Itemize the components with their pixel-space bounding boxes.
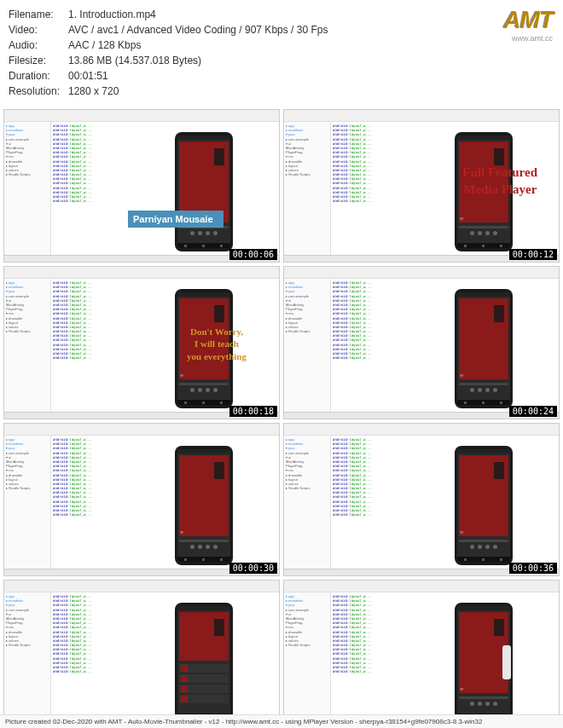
phone-mockup: N° [455,603,513,722]
ide-code: android:layout_w...android:layout_w...an… [331,436,408,575]
thumbnail-3: ▸ app▸ manifests▾ java ▸ com.example ▾ u… [3,266,280,419]
ide-tree: ▸ app▸ manifests▾ java ▸ com.example ▾ u… [4,122,51,262]
ide-code: android:layout_w...android:layout_w...an… [51,122,128,262]
ide-tree: ▸ app▸ manifests▾ java ▸ com.example ▾ u… [4,279,51,419]
thumbnail-grid: ▸ app▸ manifests▾ java ▸ com.example ▾ u… [0,109,563,728]
audio-value: AAC / 128 Kbps [68,38,554,53]
resolution-label: Resolution: [9,84,68,99]
logo-url: www.amt.cc [503,34,553,43]
phone-mockup: N° [175,446,233,565]
ide-code: android:layout_w...android:layout_w...an… [331,279,408,419]
ide-code: android:layout_w...android:layout_w...an… [51,436,128,575]
metadata-header: AMT www.amt.cc Filename:1. Introduction.… [0,0,563,109]
timestamp: 00:00:12 [509,249,557,260]
ide-tree: ▸ app▸ manifests▾ java ▸ com.example ▾ u… [284,122,331,262]
ide-tree: ▸ app▸ manifests▾ java ▸ com.example ▾ u… [284,279,331,419]
thumbnail-7: ▸ app▸ manifests▾ java ▸ com.example ▾ u… [3,580,280,728]
caption-banner: Parniyan Mousaie [128,211,223,228]
audio-label: Audio: [9,38,68,53]
thumbnail-8: ▸ app▸ manifests▾ java ▸ com.example ▾ u… [283,580,560,728]
ide-tree: ▸ app▸ manifests▾ java ▸ com.example ▾ u… [284,436,331,575]
thumbnail-1: ▸ app▸ manifests▾ java ▸ com.example ▾ u… [3,109,280,263]
footer-text: Picture created 02-Dec-2020 with AMT - A… [0,714,563,728]
resolution-value: 1280 x 720 [68,84,554,99]
phone-mockup [175,603,233,722]
thumbnail-6: ▸ app▸ manifests▾ java ▸ com.example ▾ u… [283,423,560,576]
overlay-text: Full FeaturedMedia Player [462,165,537,198]
ide-tree: ▸ app▸ manifests▾ java ▸ com.example ▾ u… [4,592,51,728]
ide-tree: ▸ app▸ manifests▾ java ▸ com.example ▾ u… [284,592,331,728]
overlay-text: Don't Worry,I will teachyou everything [187,326,247,362]
timestamp: 00:00:06 [229,249,277,260]
metadata-table: Filename:1. Introduction.mp4 Video:AVC /… [9,7,554,99]
duration-value: 00:01:51 [68,68,554,84]
filename-value: 1. Introduction.mp4 [68,7,554,22]
video-value: AVC / avc1 / Advanced Video Coding / 907… [68,22,554,38]
thumbnail-4: ▸ app▸ manifests▾ java ▸ com.example ▾ u… [283,266,560,419]
timestamp: 00:00:18 [229,406,277,417]
ide-code: android:layout_w...android:layout_w...an… [51,592,128,728]
duration-label: Duration: [9,68,68,84]
amt-logo: AMT www.amt.cc [503,7,553,43]
phone-mockup: N° [175,132,233,251]
ide-tree: ▸ app▸ manifests▾ java ▸ com.example ▾ u… [4,436,51,575]
thumbnail-2: ▸ app▸ manifests▾ java ▸ com.example ▾ u… [283,109,560,263]
ide-code: android:layout_w...android:layout_w...an… [331,592,408,728]
ide-code: android:layout_w...android:layout_w...an… [51,279,128,419]
ide-code: android:layout_w...android:layout_w...an… [331,122,408,262]
logo-text: AMT [503,7,553,34]
thumbnail-5: ▸ app▸ manifests▾ java ▸ com.example ▾ u… [3,423,280,576]
timestamp: 00:00:30 [229,563,277,574]
phone-mockup: N° [455,289,513,408]
phone-mockup: N° [455,446,513,565]
filesize-value: 13.86 MB (14.537.018 Bytes) [68,53,554,68]
timestamp: 00:00:36 [509,563,557,574]
filesize-label: Filesize: [9,53,68,68]
filename-label: Filename: [9,7,68,22]
timestamp: 00:00:24 [509,406,557,417]
video-label: Video: [9,22,68,38]
